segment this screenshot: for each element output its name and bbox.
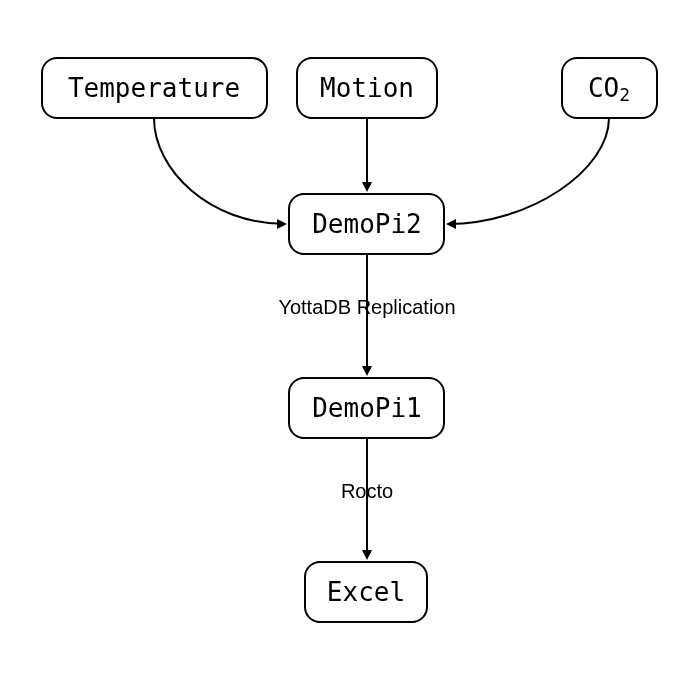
node-demopi1-label: DemoPi1: [312, 393, 422, 423]
node-temperature-label: Temperature: [68, 73, 240, 103]
node-motion: Motion: [297, 58, 437, 118]
edge-label-rocto: Rocto: [341, 480, 393, 502]
flowchart-diagram: Temperature Motion CO2 DemoPi2 DemoPi1 E…: [0, 0, 700, 700]
node-co2: CO2: [562, 58, 657, 118]
node-demopi2-label: DemoPi2: [312, 209, 422, 239]
edge-label-yottadb: YottaDB Replication: [278, 296, 455, 318]
node-excel: Excel: [305, 562, 427, 622]
node-excel-label: Excel: [327, 577, 405, 607]
edge-temperature-demopi2: [154, 118, 285, 224]
node-temperature: Temperature: [42, 58, 267, 118]
node-demopi2: DemoPi2: [289, 194, 444, 254]
node-motion-label: Motion: [320, 73, 414, 103]
edge-co2-demopi2: [448, 118, 609, 224]
node-demopi1: DemoPi1: [289, 378, 444, 438]
